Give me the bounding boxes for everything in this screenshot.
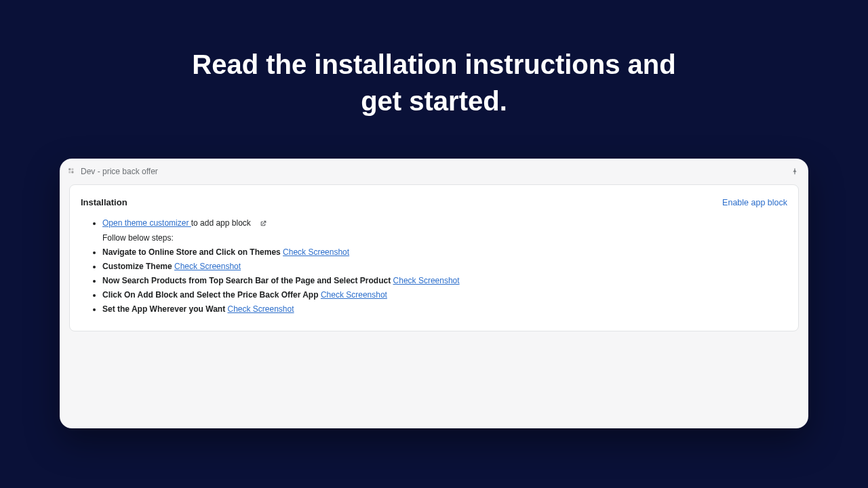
external-link-icon [260,220,267,227]
svg-rect-3 [71,171,73,173]
card-header: Installation Enable app block [81,197,787,207]
step-add-block: Click On Add Block and Select the Price … [102,289,787,301]
step-bold-text: Now Search Products from Top Search Bar … [102,276,391,285]
installation-card: Installation Enable app block Open theme… [69,184,799,331]
step-bold-text: Set the App Wherever you Want [102,304,225,314]
step-open-customizer: Open theme customizer to add app block F… [102,217,787,244]
window-title-bar: Dev - price back offer [66,165,802,182]
step-search-products: Now Search Products from Top Search Bar … [102,274,787,287]
check-screenshot-link[interactable]: Check Screenshot [227,304,294,314]
step-bold-text: Navigate to Online Store and Click on Th… [102,247,281,257]
heading-line-2: get started. [361,86,507,116]
step-customize-theme: Customize Theme Check Screenshot [102,260,787,272]
follow-steps-label: Follow below steps: [102,232,787,244]
step-bold-text: Customize Theme [102,262,172,271]
check-screenshot-link[interactable]: Check Screenshot [393,276,460,285]
step-bold-text: Click On Add Block and Select the Price … [102,290,319,300]
svg-rect-0 [68,168,71,170]
content-area: Installation Enable app block Open theme… [66,182,802,334]
page-heading: Read the installation instructions and g… [0,0,868,119]
pin-icon[interactable] [791,167,799,176]
svg-rect-1 [71,168,73,170]
window-title: Dev - price back offer [81,167,786,176]
card-title: Installation [81,197,127,207]
step-set-app: Set the App Wherever you Want Check Scre… [102,303,787,315]
svg-rect-2 [68,171,71,173]
step-after-text: to add app block [191,218,251,228]
check-screenshot-link[interactable]: Check Screenshot [174,262,241,271]
check-screenshot-link[interactable]: Check Screenshot [283,247,349,257]
check-screenshot-link[interactable]: Check Screenshot [321,290,387,300]
open-theme-customizer-link[interactable]: Open theme customizer [102,218,191,228]
app-icon [68,167,76,176]
heading-line-1: Read the installation instructions and [192,49,675,79]
app-window: Dev - price back offer Installation Enab… [60,159,808,428]
installation-steps: Open theme customizer to add app block F… [81,217,787,315]
enable-app-block-link[interactable]: Enable app block [722,198,787,207]
step-navigate-themes: Navigate to Online Store and Click on Th… [102,246,787,258]
